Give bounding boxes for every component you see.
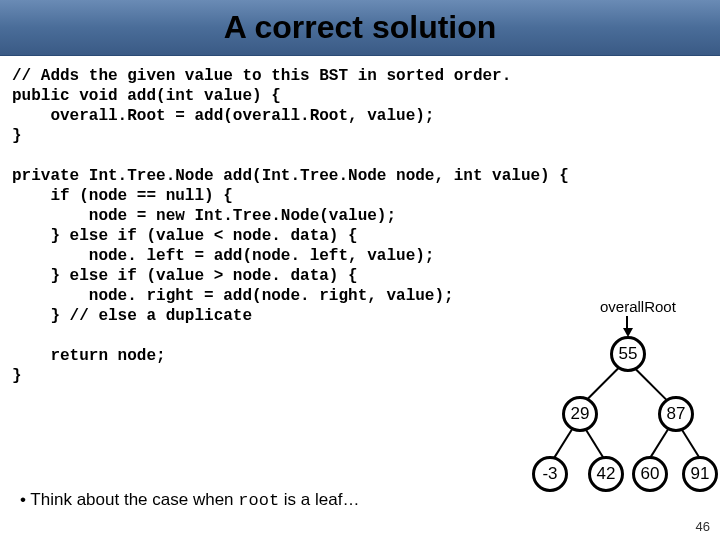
tree-edge (585, 367, 620, 402)
tree-node-91: 91 (682, 456, 718, 492)
title-bar: A correct solution (0, 0, 720, 56)
bullet-code: root (238, 491, 279, 510)
tree-node-42: 42 (588, 456, 624, 492)
bst-diagram: overallRoot 55 29 87 -3 42 60 91 (460, 298, 710, 498)
bullet-text-suffix: is a leaf… (279, 490, 359, 509)
tree-node-87: 87 (658, 396, 694, 432)
tree-node-60: 60 (632, 456, 668, 492)
tree-edge (635, 368, 670, 403)
page-number: 46 (696, 519, 710, 534)
bullet-point: • Think about the case when root is a le… (20, 490, 359, 510)
slide-title: A correct solution (224, 9, 497, 46)
bullet-text-prefix: • Think about the case when (20, 490, 238, 509)
tree-edge (680, 428, 701, 460)
tree-node-29: 29 (562, 396, 598, 432)
tree-root-label: overallRoot (600, 298, 676, 315)
tree-node-m3: -3 (532, 456, 568, 492)
tree-node-55: 55 (610, 336, 646, 372)
